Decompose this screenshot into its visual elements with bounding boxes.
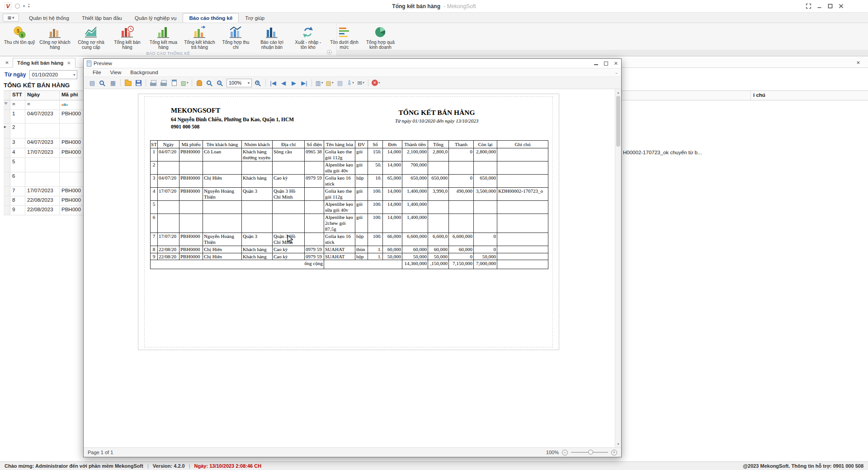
cell-stt[interactable]: 3 — [10, 138, 25, 148]
quick-print-icon[interactable] — [159, 78, 169, 88]
magnifier-icon[interactable] — [205, 78, 215, 88]
cell-stt[interactable]: 4 — [10, 148, 25, 157]
print-icon[interactable] — [148, 78, 158, 88]
zoom-out-icon[interactable]: − — [215, 78, 225, 88]
ribbon-item-cong-no-nha-cung-cap[interactable]: Công nợ nhà cung cấp — [73, 24, 109, 50]
zoom-slider[interactable] — [571, 452, 608, 453]
report-cell — [305, 200, 324, 214]
record-circle-icon[interactable] — [15, 4, 20, 9]
ribbon-tab-bao-cao-thong-ke[interactable]: Báo cáo thống kê — [183, 13, 239, 23]
scrollbar-thumb[interactable] — [616, 96, 620, 147]
ribbon-item-tong-ket-mua-hang[interactable]: Tổng kết mua hàng — [145, 24, 181, 50]
export-icon[interactable]: ⇩▾ — [345, 78, 355, 88]
close-preview-icon[interactable]: ▾ — [371, 78, 381, 88]
zoom-slider-knob[interactable] — [588, 450, 593, 455]
ribbon-item-tong-hop-qua-kinh-doanh[interactable]: Tổng hợp quả kinh doanh — [362, 24, 398, 50]
cell-ngay[interactable] — [25, 158, 60, 172]
zoom-in-icon[interactable]: + — [253, 78, 263, 88]
ribbon-tab-quan-ly-nghiep-vu[interactable]: Quản lý nghiệp vụ — [128, 13, 183, 23]
ribbon-item-tong-hop-thu-chi[interactable]: Tổng hợp thu chi — [217, 24, 254, 50]
cell-stt[interactable]: 5 — [10, 158, 25, 172]
col-header-stt[interactable]: STT — [10, 91, 25, 100]
qat-customize-icon[interactable]: ▾ — [28, 4, 30, 9]
thumbnails-icon[interactable]: ▦ — [108, 78, 118, 88]
ribbon-item-ton-duoi-dinh-muc[interactable]: Tồn dưới định mức — [326, 24, 362, 50]
close-icon[interactable]: ✕ — [855, 59, 862, 66]
ribbon-item-tong-ket-ban-hang[interactable]: Tổng kết bán hàng — [109, 24, 145, 50]
zoom-in-icon[interactable]: + — [611, 450, 617, 456]
group-dialog-launcher-icon[interactable]: ▾ — [327, 50, 332, 55]
close-icon[interactable] — [838, 3, 844, 9]
first-page-icon[interactable]: |◀ — [268, 78, 278, 88]
cell-ngay[interactable] — [25, 123, 60, 138]
cell-ngay[interactable]: 17/07/2023 — [25, 187, 60, 196]
ribbon-tab-thiet-lap-ban-dau[interactable]: Thiết lập ban đầu — [75, 13, 128, 23]
zoom-out-icon[interactable]: − — [562, 450, 568, 456]
cell-stt[interactable]: 1 — [10, 110, 25, 123]
preview-titlebar[interactable]: Preview ✕ — [84, 59, 621, 68]
minimize-icon[interactable] — [594, 64, 598, 65]
background-image-icon[interactable]: ▧▾ — [179, 78, 189, 88]
scroll-down-icon[interactable]: ▼ — [615, 441, 621, 447]
menu-file[interactable]: File — [88, 70, 106, 75]
ribbon-item-cong-no-khach-hang[interactable]: Công nợ khách hàng — [37, 24, 73, 50]
col-header-ngay[interactable]: Ngày — [25, 91, 60, 100]
tab-close-icon[interactable]: ✕ — [67, 61, 71, 66]
report-cell: Golia kẹo 16 stick — [324, 233, 355, 246]
chevron-down-icon[interactable]: ▾ — [23, 4, 25, 8]
filter-op-stt[interactable]: = — [10, 100, 25, 109]
ribbon-app-button[interactable]: ▦▾ — [3, 14, 19, 22]
menu-overflow-chevron-icon[interactable]: ⌄ — [615, 71, 618, 75]
from-date-input[interactable]: 01/10/2020 ▾ — [29, 70, 77, 79]
cell-stt[interactable]: 8 — [10, 196, 25, 205]
close-icon[interactable]: ✕ — [4, 59, 10, 66]
page-setup-icon[interactable] — [169, 78, 179, 88]
ribbon-item-tong-ket-khach-tra-hang[interactable]: Tổng kết khách trả hàng — [181, 24, 217, 50]
cell-ngay[interactable]: 22/08/2023 — [25, 206, 60, 215]
report-cell: Sông cầu — [273, 148, 305, 161]
app-logo-icon[interactable]: V — [4, 2, 12, 10]
multi-page-icon[interactable]: ▥▾ — [314, 78, 324, 88]
col-header-ghi-chu-clipped[interactable]: i chú — [753, 92, 765, 98]
scroll-up-icon[interactable]: ▲ — [615, 90, 621, 95]
email-icon[interactable]: ✉▾ — [356, 78, 366, 88]
design-mode-icon[interactable]: ▤ — [87, 78, 97, 88]
watermark-icon[interactable]: ▤ — [335, 78, 345, 88]
minimize-icon[interactable] — [816, 3, 823, 9]
save-icon[interactable] — [133, 78, 143, 88]
menu-background[interactable]: Background — [126, 70, 162, 75]
fullscreen-icon[interactable] — [805, 3, 812, 9]
close-icon[interactable]: ✕ — [614, 61, 618, 66]
report-cell: gói — [355, 161, 368, 174]
ribbon-tab-quan-tri-he-thong[interactable]: Quản trị hệ thống — [23, 13, 75, 23]
ribbon-item-thu-chi-ton-quy[interactable]: $$Thu chi tồn quỹ — [2, 24, 37, 45]
maximize-icon[interactable] — [604, 62, 608, 66]
report-cell: 3 — [151, 174, 158, 187]
zoom-select[interactable]: 100%▾ — [226, 79, 252, 87]
cell-stt[interactable]: 6 — [10, 172, 25, 186]
cell-ngay[interactable]: 04/07/2023 — [25, 138, 60, 148]
report-row: 6Alpenlibe kẹo 2chew gói 87,5ggói100.14,… — [151, 214, 548, 233]
ribbon-tab-tro-giup[interactable]: Trợ giúp — [239, 13, 271, 23]
hand-tool-icon[interactable] — [194, 78, 204, 88]
menu-view[interactable]: View — [106, 70, 126, 75]
cell-ngay[interactable]: 04/07/2023 — [25, 110, 60, 123]
filter-op-ngay[interactable]: = — [25, 100, 60, 109]
last-page-icon[interactable]: ▶| — [299, 78, 309, 88]
page-color-icon[interactable]: ▨▾ — [325, 78, 335, 88]
ribbon-item-xuat-nhap-ton-kho[interactable]: Xuất - nhập - tồn kho — [290, 24, 326, 50]
cell-stt[interactable]: 7 — [10, 187, 25, 196]
tab-tong-ket-ban-hang[interactable]: Tổng kết bán hàng ✕ — [13, 58, 75, 68]
cell-stt[interactable]: 9 — [10, 206, 25, 215]
next-page-icon[interactable]: ▶ — [289, 78, 299, 88]
prev-page-icon[interactable]: ◀ — [278, 78, 288, 88]
open-icon[interactable] — [123, 78, 133, 88]
vertical-scrollbar[interactable]: ▲ ▼ — [615, 89, 621, 447]
preview-canvas[interactable]: MEKONGSOFT 64 Nguyễn Đình Chiểu, Phường … — [84, 89, 621, 448]
maximize-icon[interactable] — [827, 3, 834, 9]
cell-stt[interactable]: 2 — [10, 123, 25, 138]
search-icon[interactable] — [98, 78, 108, 88]
cell-ngay[interactable]: 22/08/2023 — [25, 196, 60, 205]
cell-ngay[interactable] — [25, 172, 60, 186]
cell-ngay[interactable]: 17/07/2023 — [25, 148, 60, 157]
